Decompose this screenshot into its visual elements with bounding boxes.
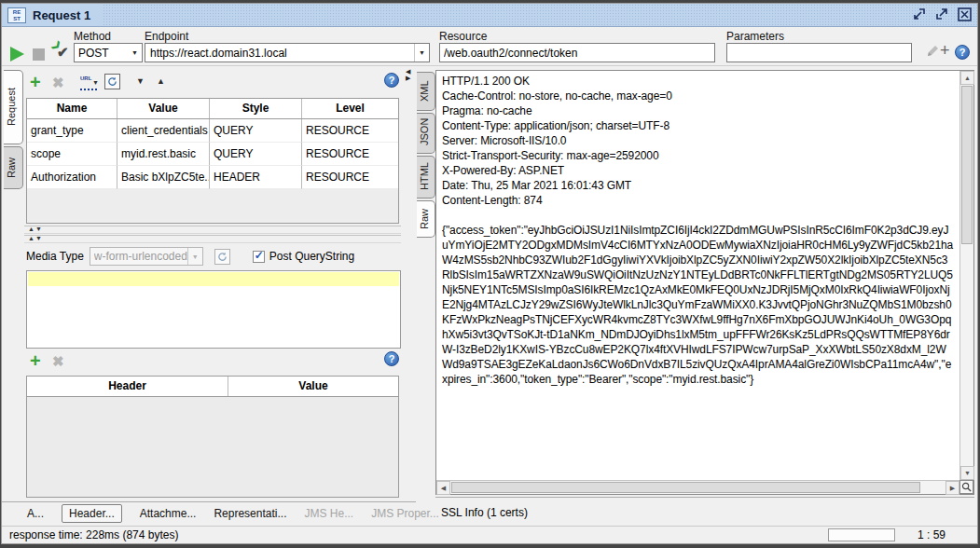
method-value: POST bbox=[78, 47, 128, 60]
cell-style[interactable]: QUERY bbox=[210, 143, 302, 166]
raw-response-text[interactable]: HTTP/1.1 200 OK Cache-Control: no-store,… bbox=[436, 71, 959, 480]
check-icon: ✓ bbox=[255, 249, 264, 262]
vertical-scrollbar[interactable]: ▲ ▼ bbox=[959, 71, 973, 480]
cell-name[interactable]: scope bbox=[27, 143, 117, 166]
refresh-media-icon[interactable] bbox=[214, 249, 230, 265]
chevron-down-icon: ▼ bbox=[187, 248, 202, 265]
table-row[interactable]: scope myid.rest.basic QUERY RESOURCE bbox=[27, 143, 398, 166]
minimize-icon[interactable] bbox=[912, 7, 927, 21]
cancel-request-button[interactable] bbox=[33, 48, 45, 61]
scroll-left-icon[interactable]: ◀ bbox=[436, 481, 450, 495]
collapse-arrows-icon[interactable]: ◀▶ bbox=[406, 68, 410, 81]
table-row[interactable]: grant_type client_credentials QUERY RESO… bbox=[27, 119, 398, 143]
add-header-button[interactable]: + bbox=[30, 351, 41, 370]
params-toolbar: + ✖ URL▼ ▼ ▲ ? bbox=[26, 73, 401, 96]
scroll-right-icon[interactable]: ▶ bbox=[945, 481, 959, 495]
request-bottom-tabs: A... Header... Attachme... Representati.… bbox=[2, 501, 416, 525]
post-querystring-checkbox[interactable]: ✓ bbox=[253, 251, 265, 263]
cell-style[interactable]: HEADER bbox=[210, 166, 302, 189]
collapse-arrows-icon[interactable]: ▲▼ bbox=[28, 235, 43, 241]
cell-style[interactable]: QUERY bbox=[210, 119, 302, 143]
tab-auth[interactable]: A... bbox=[27, 507, 44, 520]
scroll-up-icon[interactable]: ▲ bbox=[960, 71, 974, 85]
tab-headers[interactable]: Header... bbox=[62, 504, 122, 523]
tab-attachments[interactable]: Attachme... bbox=[140, 507, 197, 520]
media-type-value: w-form-urlencoded bbox=[94, 250, 187, 263]
editor-current-line bbox=[28, 272, 399, 286]
response-side-tabs: XML JSON HTML Raw bbox=[417, 72, 435, 238]
media-type-row: Media Type w-form-urlencoded ▼ ✓ Post Qu… bbox=[26, 246, 401, 267]
media-type-label: Media Type bbox=[26, 250, 84, 263]
cell-value[interactable]: client_credentials bbox=[117, 119, 210, 143]
close-icon[interactable] bbox=[957, 7, 972, 21]
chevron-down-icon: ▼ bbox=[131, 49, 138, 56]
cell-level[interactable]: RESOURCE bbox=[302, 166, 398, 189]
progress-box bbox=[828, 528, 895, 541]
add-param-icon[interactable]: + bbox=[940, 41, 950, 61]
submit-request-button[interactable] bbox=[10, 47, 24, 62]
window-controls bbox=[912, 7, 972, 21]
headers-table[interactable]: Header Value bbox=[26, 376, 399, 498]
tab-jms-headers: JMS He... bbox=[304, 507, 353, 520]
title-bar[interactable]: RE ST Request 1 bbox=[2, 4, 977, 27]
parameters-input[interactable] bbox=[727, 44, 911, 62]
help-icon[interactable]: ? bbox=[955, 45, 970, 60]
cell-name[interactable]: Authorization bbox=[27, 166, 117, 189]
method-select[interactable]: POST ▼ bbox=[74, 43, 143, 62]
move-down-icon[interactable]: ▼ bbox=[136, 76, 145, 86]
update-from-url-icon[interactable]: URL▼ bbox=[80, 75, 97, 90]
delete-param-button[interactable]: ✖ bbox=[52, 75, 64, 91]
col-level: Level bbox=[302, 99, 398, 118]
maximize-icon[interactable] bbox=[934, 7, 949, 21]
tab-request[interactable]: Request bbox=[4, 70, 23, 144]
help-icon[interactable]: ? bbox=[384, 351, 399, 366]
help-icon[interactable]: ? bbox=[384, 73, 399, 88]
tab-html[interactable]: HTML bbox=[417, 156, 435, 199]
cell-value[interactable]: Basic bXlpZC5te... bbox=[117, 166, 210, 189]
request-toolbar: ✔ ❯ Method POST ▼ Endpoint https://react… bbox=[2, 28, 977, 66]
delete-header-button[interactable]: ✖ bbox=[52, 353, 64, 370]
scrollbar-thumb[interactable] bbox=[451, 482, 920, 493]
request-window: RE ST Request 1 ✔ ❯ Method POST bbox=[1, 3, 978, 544]
scrollbar-thumb[interactable] bbox=[961, 86, 973, 244]
request-side-tabs: Request Raw bbox=[4, 70, 23, 189]
cell-level[interactable]: RESOURCE bbox=[302, 119, 398, 143]
tab-xml[interactable]: XML bbox=[417, 72, 435, 111]
chevron-down-icon[interactable]: ▼ bbox=[414, 44, 429, 62]
cell-value[interactable]: myid.rest.basic bbox=[117, 143, 210, 166]
endpoint-value: https://react.domain31.local bbox=[145, 47, 414, 60]
request-panel: + ✖ URL▼ ▼ ▲ ? Name Value Style Level g bbox=[24, 66, 403, 526]
tab-json[interactable]: JSON bbox=[417, 113, 435, 154]
horizontal-splitter[interactable]: ▲▼ bbox=[24, 226, 401, 234]
request-body-editor[interactable] bbox=[26, 270, 401, 349]
cell-level[interactable]: RESOURCE bbox=[302, 143, 398, 166]
ssl-info-label[interactable]: SSL Info (1 certs) bbox=[441, 506, 528, 519]
horizontal-splitter[interactable]: ▲▼ bbox=[24, 235, 401, 243]
window-title: Request 1 bbox=[33, 8, 90, 22]
refresh-params-icon[interactable] bbox=[104, 74, 120, 89]
move-up-icon[interactable]: ▲ bbox=[157, 76, 165, 86]
horizontal-scrollbar[interactable]: ◀ ▶ bbox=[436, 480, 959, 494]
panel-splitter[interactable]: ◀▶ bbox=[403, 66, 416, 526]
parameters-field-wrap bbox=[726, 43, 912, 62]
tab-representations[interactable]: Representati... bbox=[214, 507, 286, 520]
tab-raw-response[interactable]: Raw bbox=[417, 200, 435, 238]
add-param-button[interactable]: + bbox=[30, 73, 41, 91]
params-table: Name Value Style Level grant_type client… bbox=[26, 98, 399, 224]
collapse-arrows-icon[interactable]: ▲▼ bbox=[28, 226, 43, 232]
edit-params-icon[interactable] bbox=[925, 45, 939, 59]
col-name: Name bbox=[27, 99, 117, 118]
resource-input[interactable] bbox=[440, 44, 714, 62]
main-area: Request Raw + ✖ URL▼ ▼ ▲ ? Name Value S bbox=[2, 66, 977, 526]
response-headers: HTTP/1.1 200 OK Cache-Control: no-store,… bbox=[442, 74, 954, 208]
table-row[interactable]: Authorization Basic bXlpZC5te... HEADER … bbox=[27, 166, 398, 189]
tab-raw-request[interactable]: Raw bbox=[4, 146, 23, 189]
cell-name[interactable]: grant_type bbox=[27, 119, 117, 143]
endpoint-label: Endpoint bbox=[145, 30, 188, 43]
magnifier-icon[interactable] bbox=[959, 480, 973, 494]
add-assertion-button[interactable]: ✔ ❯ bbox=[54, 42, 75, 62]
scroll-down-icon[interactable]: ▼ bbox=[960, 466, 974, 480]
media-type-select[interactable]: w-form-urlencoded ▼ bbox=[90, 247, 203, 266]
endpoint-combo[interactable]: https://react.domain31.local ▼ bbox=[145, 43, 430, 62]
col-value: Value bbox=[117, 99, 210, 118]
